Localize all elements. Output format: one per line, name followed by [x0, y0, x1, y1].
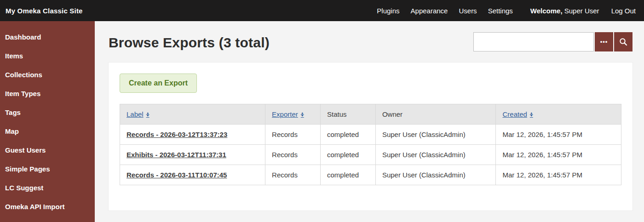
export-label-link[interactable]: Records - 2026-03-11T10:07:45: [126, 171, 227, 179]
export-exporter-cell: Records: [265, 125, 321, 145]
sidebar-item-simple-pages[interactable]: Simple Pages: [0, 159, 95, 178]
table-row: Records - 2026-03-11T10:07:45 Records co…: [120, 165, 621, 185]
export-status-cell: completed: [320, 165, 375, 185]
sort-icon: ▲▼: [146, 112, 150, 117]
sort-by-exporter-link[interactable]: Exporter ▲▼: [272, 110, 304, 118]
nav-users[interactable]: Users: [459, 7, 477, 15]
sidebar-item-exhibits[interactable]: Exhibits: [0, 216, 95, 222]
export-owner-cell: Super User (ClassicAdmin): [375, 165, 496, 185]
sort-icon: ▲▼: [530, 112, 533, 117]
search-form: •••: [473, 32, 632, 51]
export-label-cell: Exhibits - 2026-03-12T11:37:31: [120, 145, 265, 165]
sidebar-item-map[interactable]: Map: [0, 122, 95, 141]
exports-panel: Create an Export Label ▲▼: [109, 63, 632, 211]
export-exporter-cell: Records: [265, 145, 321, 165]
export-label-link[interactable]: Records - 2026-03-12T13:37:23: [126, 131, 227, 138]
nav-settings[interactable]: Settings: [488, 7, 513, 15]
search-icon: [619, 38, 627, 46]
column-header-owner: Owner: [375, 104, 496, 125]
sort-by-created-link[interactable]: Created ▲▼: [502, 110, 533, 118]
sidebar-item-collections[interactable]: Collections: [0, 65, 95, 84]
nav-plugins[interactable]: Plugins: [377, 7, 399, 15]
admin-sidebar: Dashboard Items Collections Item Types T…: [0, 21, 95, 222]
export-owner-cell: Super User (ClassicAdmin): [375, 145, 496, 165]
nav-appearance[interactable]: Appearance: [411, 7, 448, 15]
exports-table: Label ▲▼ Exporter ▲▼: [120, 104, 621, 185]
table-row: Exhibits - 2026-03-12T11:37:31 Records c…: [120, 145, 621, 165]
sort-by-label-link[interactable]: Label ▲▼: [126, 110, 150, 118]
sidebar-item-item-types[interactable]: Item Types: [0, 84, 95, 103]
site-title-link[interactable]: My Omeka Classic Site: [6, 7, 83, 15]
sidebar-item-lc-suggest[interactable]: LC Suggest: [0, 178, 95, 197]
column-header-status: Status: [320, 104, 375, 125]
column-header-exporter: Exporter ▲▼: [265, 104, 321, 125]
table-row: Records - 2026-03-12T13:37:23 Records co…: [120, 125, 621, 145]
export-created-cell: Mar 12, 2026, 1:45:57 PM: [496, 125, 621, 145]
column-header-created: Created ▲▼: [496, 104, 621, 125]
sort-icon: ▲▼: [301, 112, 304, 117]
export-status-cell: completed: [320, 125, 375, 145]
sidebar-item-guest-users[interactable]: Guest Users: [0, 141, 95, 159]
sidebar-menu: Dashboard Items Collections Item Types T…: [0, 28, 95, 222]
export-label-cell: Records - 2026-03-12T13:37:23: [120, 125, 265, 145]
main-header: Browse Exports (3 total) •••: [109, 29, 632, 51]
sidebar-item-items[interactable]: Items: [0, 46, 95, 65]
ellipsis-icon: •••: [600, 38, 608, 45]
top-navigation: Plugins Appearance Users Settings Welcom…: [377, 7, 636, 15]
create-export-button[interactable]: Create an Export: [120, 74, 197, 93]
logout-link[interactable]: Log Out: [611, 7, 636, 15]
page-title: Browse Exports (3 total): [109, 29, 270, 51]
sidebar-item-tags[interactable]: Tags: [0, 103, 95, 122]
export-exporter-cell: Records: [265, 165, 321, 185]
export-created-cell: Mar 12, 2026, 1:45:57 PM: [496, 145, 621, 165]
export-label-link[interactable]: Exhibits - 2026-03-12T11:37:31: [126, 151, 226, 159]
search-input[interactable]: [473, 32, 594, 51]
current-user-name[interactable]: Super User: [563, 7, 599, 15]
export-owner-cell: Super User (ClassicAdmin): [375, 125, 496, 145]
search-options-button[interactable]: •••: [595, 32, 613, 51]
column-header-label: Label ▲▼: [120, 104, 265, 125]
export-created-cell: Mar 12, 2026, 1:45:57 PM: [496, 165, 621, 185]
main-content: Browse Exports (3 total) ••• Create: [95, 21, 644, 222]
top-admin-bar: My Omeka Classic Site Plugins Appearance…: [0, 0, 644, 21]
search-submit-button[interactable]: [614, 32, 632, 51]
page-body: Dashboard Items Collections Item Types T…: [0, 21, 644, 222]
sidebar-item-dashboard[interactable]: Dashboard: [0, 28, 95, 46]
welcome-message: Welcome, Super User: [530, 7, 599, 15]
welcome-prefix: Welcome,: [530, 7, 563, 15]
table-header-row: Label ▲▼ Exporter ▲▼: [120, 104, 621, 125]
export-status-cell: completed: [320, 145, 375, 165]
export-label-cell: Records - 2026-03-11T10:07:45: [120, 165, 265, 185]
sidebar-item-omeka-api-import[interactable]: Omeka API Import: [0, 197, 95, 216]
